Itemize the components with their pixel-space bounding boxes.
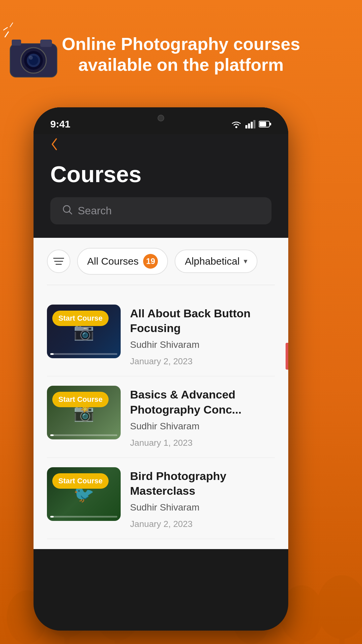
- svg-rect-30: [259, 122, 266, 126]
- search-bar[interactable]: Search: [50, 197, 272, 224]
- camera-notch: [158, 115, 164, 121]
- course-thumbnail: Start Course: [47, 386, 121, 439]
- status-bar: 9:41: [34, 107, 288, 134]
- chevron-down-icon: ▾: [244, 257, 247, 266]
- scroll-indicator: [286, 343, 288, 370]
- divider: [47, 285, 275, 285]
- course-item[interactable]: Start Course Basics & Advanced Photograp…: [47, 376, 275, 458]
- phone-frame: 9:41: [34, 107, 288, 631]
- search-placeholder: Search: [78, 205, 112, 217]
- svg-rect-29: [269, 123, 271, 125]
- svg-line-22: [10, 23, 13, 27]
- filter-row: All Courses 19 Alphabetical ▾: [47, 248, 275, 275]
- status-icons: [231, 120, 272, 128]
- svg-line-21: [3, 28, 7, 30]
- progress-bar: [50, 434, 117, 436]
- svg-rect-9: [339, 607, 345, 644]
- status-time: 9:41: [50, 118, 70, 130]
- course-title: All About Back Button Focusing: [130, 306, 275, 335]
- phone-screen: 9:41: [34, 107, 288, 631]
- filter-button[interactable]: [47, 250, 70, 273]
- course-author: Sudhir Shivaram: [130, 421, 275, 432]
- course-date: January 2, 2023: [130, 519, 275, 529]
- course-thumbnail: Start Course: [47, 467, 121, 521]
- svg-point-23: [235, 126, 237, 128]
- wifi-icon: [231, 120, 242, 128]
- svg-rect-24: [245, 125, 247, 128]
- course-date: January 2, 2023: [130, 356, 275, 367]
- sort-dropdown[interactable]: Alphabetical ▾: [175, 250, 257, 273]
- svg-point-17: [29, 56, 33, 60]
- battery-icon: [259, 120, 272, 128]
- svg-rect-19: [12, 40, 21, 46]
- course-title: Basics & Advanced Photography Conc...: [130, 387, 275, 417]
- progress-fill: [50, 434, 54, 436]
- course-info: All About Back Button Focusing Sudhir Sh…: [130, 305, 275, 367]
- start-course-button[interactable]: Start Course: [52, 392, 109, 407]
- sort-label: Alphabetical: [185, 256, 239, 267]
- course-item[interactable]: Start Course Bird Photography Masterclas…: [47, 458, 275, 539]
- svg-rect-1: [24, 617, 29, 644]
- courses-list: Start Course All About Back Button Focus…: [47, 295, 275, 539]
- course-title: Bird Photography Masterclass: [130, 469, 275, 498]
- page-title: Courses: [50, 161, 272, 187]
- svg-rect-18: [40, 40, 52, 47]
- svg-line-20: [5, 32, 8, 37]
- signal-icon: [245, 120, 255, 128]
- progress-fill: [50, 353, 54, 355]
- start-course-button[interactable]: Start Course: [52, 311, 109, 326]
- back-button[interactable]: [50, 138, 58, 154]
- filter-icon: [53, 257, 64, 266]
- progress-bar: [50, 353, 117, 355]
- course-date: January 1, 2023: [130, 438, 275, 448]
- header-title: Online Photography courses available on …: [62, 34, 300, 74]
- all-courses-filter[interactable]: All Courses 19: [77, 248, 168, 275]
- svg-rect-7: [299, 614, 304, 644]
- svg-rect-25: [248, 123, 250, 128]
- progress-bar: [50, 516, 117, 518]
- course-author: Sudhir Shivaram: [130, 339, 275, 350]
- progress-fill: [50, 516, 54, 518]
- courses-count: 19: [143, 254, 158, 269]
- svg-rect-27: [253, 120, 255, 128]
- all-courses-label: All Courses: [87, 256, 138, 267]
- search-icon: [62, 205, 72, 217]
- course-info: Basics & Advanced Photography Conc... Su…: [130, 386, 275, 448]
- course-thumbnail: Start Course: [47, 305, 121, 358]
- camera-illustration: [3, 20, 70, 87]
- svg-rect-26: [251, 122, 253, 128]
- svg-point-31: [63, 206, 70, 212]
- course-item[interactable]: Start Course All About Back Button Focus…: [47, 295, 275, 376]
- course-info: Bird Photography Masterclass Sudhir Shiv…: [130, 467, 275, 529]
- start-course-button[interactable]: Start Course: [52, 473, 109, 489]
- screen-content: All Courses 19 Alphabetical ▾ Start Cour…: [34, 238, 288, 549]
- svg-line-32: [69, 212, 72, 214]
- course-author: Sudhir Shivaram: [130, 502, 275, 513]
